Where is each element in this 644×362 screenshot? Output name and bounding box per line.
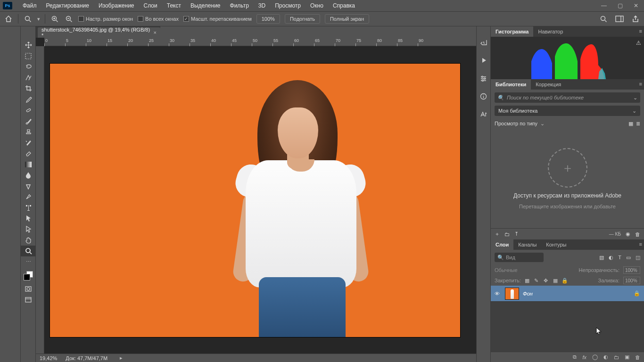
menu-select[interactable]: Выделение: [186, 0, 225, 11]
fx-icon[interactable]: fx: [582, 354, 586, 360]
lock-trans-icon[interactable]: ▩: [524, 277, 530, 284]
checkbox-resize-windows[interactable]: Настр. размер окон: [78, 16, 133, 22]
tab-adjustments[interactable]: Коррекция: [531, 79, 566, 90]
screenmode-icon[interactable]: [21, 294, 36, 305]
tab-paths[interactable]: Контуры: [541, 239, 571, 250]
heal-tool-icon[interactable]: [21, 105, 36, 115]
color-swatches[interactable]: [21, 269, 36, 283]
share-icon[interactable]: [631, 14, 640, 24]
move-tool-icon[interactable]: [21, 40, 36, 50]
quick-select-tool-icon[interactable]: [21, 72, 36, 83]
tab-libraries[interactable]: Библиотеки: [491, 79, 531, 90]
zoom-tool-preset-icon[interactable]: [23, 14, 33, 24]
sync-icon[interactable]: ◉: [626, 231, 630, 237]
filter-adjust-icon[interactable]: ◐: [609, 255, 613, 261]
lock-all-icon[interactable]: 🔒: [561, 277, 568, 284]
status-zoom-value[interactable]: 19,42%: [40, 355, 57, 361]
properties-panel-icon[interactable]: [479, 74, 488, 83]
layer-name-label[interactable]: Фон: [523, 291, 533, 296]
more-tools-icon[interactable]: ⋯: [21, 256, 36, 267]
filter-smart-icon[interactable]: ◫: [636, 255, 640, 261]
menu-layer[interactable]: Слои: [139, 0, 162, 11]
workspace-switcher-icon[interactable]: [615, 14, 624, 24]
eyedropper-tool-icon[interactable]: [21, 94, 36, 105]
adjustment-layer-icon[interactable]: ◐: [603, 354, 608, 360]
pen-tool-icon[interactable]: [21, 191, 36, 202]
menu-type[interactable]: Текст: [162, 0, 186, 11]
menu-filter[interactable]: Фильтр: [225, 0, 254, 11]
panel-menu-icon[interactable]: ≡: [639, 241, 642, 247]
new-group-icon[interactable]: 🗀: [614, 354, 619, 360]
zoom-out-icon[interactable]: [64, 14, 74, 24]
tab-histogram[interactable]: Гистограмма: [491, 26, 533, 37]
add-content-icon[interactable]: ＋: [495, 230, 500, 238]
histogram-warning-icon[interactable]: ⚠: [636, 40, 641, 46]
menu-file[interactable]: Файл: [18, 0, 41, 11]
upload-icon[interactable]: ⤒: [514, 231, 519, 237]
add-asset-icon[interactable]: ＋: [548, 148, 587, 188]
zoom-in-icon[interactable]: [50, 14, 59, 24]
new-layer-icon[interactable]: ▣: [625, 354, 629, 360]
crop-tool-icon[interactable]: [21, 83, 36, 94]
quickmask-icon[interactable]: [21, 283, 36, 294]
direct-select-tool-icon[interactable]: [21, 224, 36, 235]
view-grid-icon[interactable]: ▦: [628, 121, 633, 127]
menu-image[interactable]: Изображение: [94, 0, 139, 11]
brush-tool-icon[interactable]: [21, 115, 36, 126]
hand-tool-icon[interactable]: [21, 235, 36, 246]
panel-menu-icon[interactable]: ≡: [639, 81, 642, 87]
actions-panel-icon[interactable]: [479, 56, 488, 65]
history-brush-tool-icon[interactable]: [21, 137, 36, 148]
mask-icon[interactable]: ◯: [592, 354, 598, 360]
trash-icon[interactable]: 🗑: [635, 231, 640, 237]
search-icon[interactable]: [599, 14, 608, 24]
document-tab[interactable]: shutterstock_746398405.jpg @ 19,4% (RGB/…: [38, 27, 160, 38]
full-screen-button[interactable]: Полный экран: [325, 14, 369, 24]
eraser-tool-icon[interactable]: [21, 148, 36, 159]
lock-paint-icon[interactable]: ✎: [533, 277, 540, 284]
zoom-tool-icon[interactable]: [21, 246, 36, 256]
layer-thumbnail[interactable]: [505, 288, 519, 300]
checkbox-all-windows[interactable]: Во всех окнах: [138, 16, 179, 22]
history-panel-icon[interactable]: [479, 38, 488, 47]
panel-menu-icon[interactable]: ≡: [639, 28, 642, 34]
lasso-tool-icon[interactable]: [21, 61, 36, 72]
layer-list[interactable]: 👁 Фон 🔒: [491, 286, 644, 352]
marquee-tool-icon[interactable]: [21, 50, 36, 61]
menu-edit[interactable]: Редактирование: [41, 0, 94, 11]
type-tool-icon[interactable]: [21, 202, 36, 213]
tab-layers[interactable]: Слои: [491, 239, 513, 250]
character-panel-icon[interactable]: [479, 109, 488, 119]
layer-row[interactable]: 👁 Фон 🔒: [491, 286, 644, 302]
library-drop-zone[interactable]: ＋ Доступ к ресурсам из приложений Adobe …: [491, 129, 644, 228]
canvas-area[interactable]: 051015202530354045505560657075808590: [36, 38, 476, 354]
info-panel-icon[interactable]: [479, 91, 488, 101]
close-tab-icon[interactable]: ×: [154, 30, 157, 35]
filter-type-icon[interactable]: T: [618, 255, 621, 261]
search-scope-dropdown-icon[interactable]: ⌄: [633, 95, 637, 101]
library-select[interactable]: Моя библиотека ⌄: [495, 106, 640, 116]
lock-move-icon[interactable]: ✥: [543, 277, 549, 284]
layer-locked-icon[interactable]: 🔒: [634, 290, 640, 296]
filter-shape-icon[interactable]: ▭: [626, 255, 631, 261]
path-select-tool-icon[interactable]: [21, 213, 36, 224]
window-close-icon[interactable]: ✕: [628, 0, 644, 11]
fill-field[interactable]: 100%: [623, 277, 640, 284]
layer-filter-input[interactable]: 🔍 Вид: [495, 253, 544, 262]
window-maximize-icon[interactable]: ▢: [612, 0, 628, 11]
library-search-input[interactable]: 🔍 Поиск по текущей библиотеке ⌄: [495, 92, 640, 103]
dodge-tool-icon[interactable]: [21, 181, 36, 191]
filter-pixel-icon[interactable]: ▧: [599, 255, 604, 261]
delete-layer-icon[interactable]: 🗑: [635, 354, 640, 360]
zoom-100-button[interactable]: 100%: [256, 14, 280, 24]
home-icon[interactable]: [4, 14, 13, 24]
foreground-color-swatch[interactable]: [24, 274, 30, 280]
artboard-image[interactable]: [50, 64, 460, 337]
blur-tool-icon[interactable]: [21, 170, 36, 181]
link-layers-icon[interactable]: ⧉: [573, 354, 577, 360]
visibility-toggle-icon[interactable]: 👁: [495, 291, 501, 296]
menu-view[interactable]: Просмотр: [270, 0, 305, 11]
tab-navigator[interactable]: Навигатор: [533, 26, 568, 37]
lock-artboard-icon[interactable]: ▦: [552, 277, 559, 284]
view-list-icon[interactable]: ≣: [636, 121, 640, 127]
